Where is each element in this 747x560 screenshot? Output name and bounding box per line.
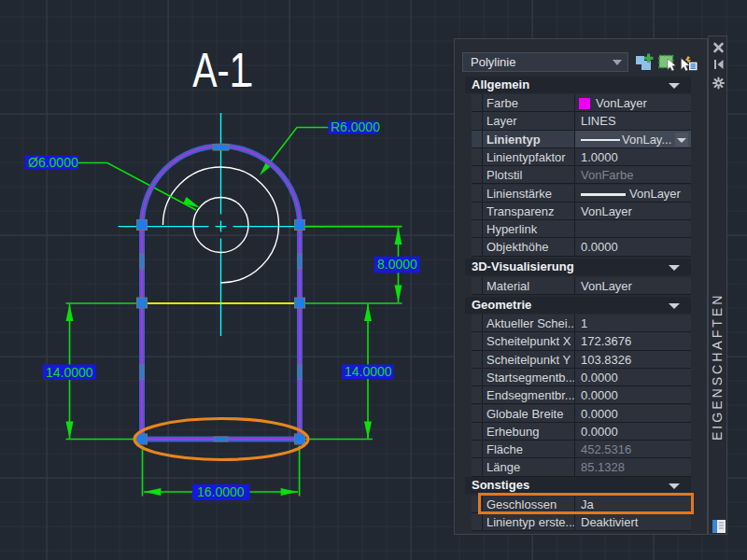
svg-text:R6.0000: R6.0000: [331, 119, 380, 134]
svg-text:14.0000: 14.0000: [46, 365, 93, 380]
svg-text:16.0000: 16.0000: [197, 484, 245, 499]
svg-text:A-1: A-1: [192, 44, 250, 97]
svg-text:8.0000: 8.0000: [377, 257, 417, 272]
svg-text:14.0000: 14.0000: [345, 364, 392, 379]
svg-text:Ø6.0000: Ø6.0000: [28, 155, 78, 170]
